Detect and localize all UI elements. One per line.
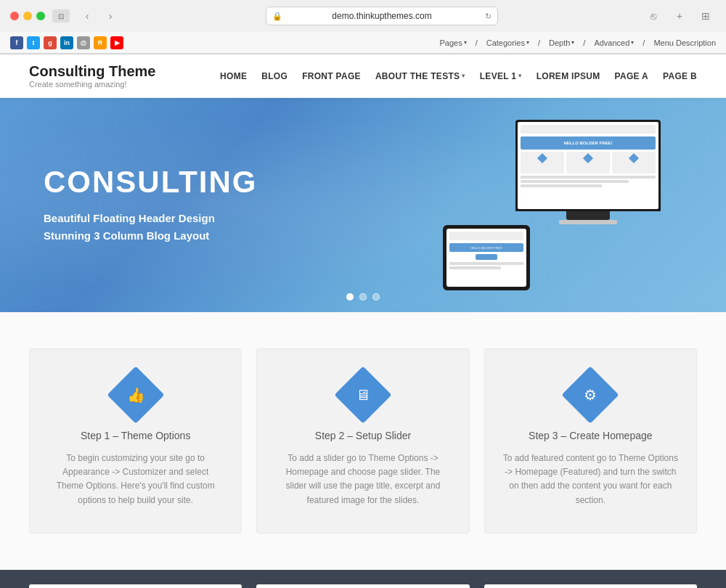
nav-page-b[interactable]: PAGE B xyxy=(663,71,697,81)
website-content: Consulting Theme Create something amazin… xyxy=(0,54,726,588)
security-icon: 🔒 xyxy=(272,12,282,21)
mock-header xyxy=(521,125,656,134)
nav-home[interactable]: HOME xyxy=(220,71,247,81)
step-1-icon: 👍 xyxy=(107,366,164,423)
nav-level1[interactable]: LEVEL 1 ▾ xyxy=(480,71,522,81)
hero-subtitle-line1: Beautiful Floating Header Design xyxy=(44,210,258,227)
level1-arrow: ▾ xyxy=(518,73,521,79)
email-icon[interactable]: @ xyxy=(77,36,90,49)
footer-card-3: HELLO WORLD! Welcome to WordPress! This … xyxy=(484,584,697,588)
depth-menu[interactable]: Depth ▾ xyxy=(549,38,574,47)
back-button[interactable]: ‹ xyxy=(77,6,97,26)
minimize-button[interactable] xyxy=(23,12,32,20)
facebook-icon[interactable]: f xyxy=(10,36,23,49)
nav-front-page[interactable]: FRONT PAGE xyxy=(302,71,361,81)
steps-section: 👍 Step 1 – Theme Options To begin custom… xyxy=(0,312,726,570)
site-logo: Consulting Theme Create something amazin… xyxy=(29,63,155,89)
categories-menu[interactable]: Categories ▾ xyxy=(486,38,529,47)
advanced-arrow: ▾ xyxy=(631,39,634,46)
nav-lorem-ipsum[interactable]: LOREM IPSUM xyxy=(537,71,600,81)
mock-tablet-btn xyxy=(476,254,497,260)
monitor-screen: HELLO BOLDER FREE! xyxy=(515,120,661,211)
mock-tablet-line2 xyxy=(449,266,501,269)
depth-arrow: ▾ xyxy=(571,39,574,46)
mock-line1 xyxy=(521,176,656,179)
mock-tablet-header xyxy=(449,232,523,240)
gear-icon: ⚙ xyxy=(584,386,597,404)
browser-toolbar2: f t g in @ R ▶ Pages ▾ / Categories ▾ / … xyxy=(0,32,726,54)
footer-card-1: TEMPLATE: STICKY The post title here. Ta… xyxy=(29,584,242,588)
slider-dot-3[interactable] xyxy=(372,293,380,301)
nav-page-a[interactable]: PAGE A xyxy=(615,71,648,81)
step-3-description: To add featured content go to Theme Opti… xyxy=(503,452,678,507)
hero-text: CONSULTING Beautiful Floating Header Des… xyxy=(44,166,258,244)
toolbar-menu-links: Pages ▾ / Categories ▾ / Depth ▾ / Advan… xyxy=(439,38,716,47)
share-button[interactable]: ⎋ xyxy=(643,6,664,26)
nav-buttons: ‹ › xyxy=(77,6,121,26)
nav-about-tests[interactable]: ABOUT THE TESTS ▾ xyxy=(375,71,465,81)
mock-site-tablet: HELLO BOLDER FREE! xyxy=(446,229,526,274)
rss-icon[interactable]: R xyxy=(94,36,107,49)
hero-title: CONSULTING xyxy=(44,166,258,199)
step-card-1: 👍 Step 1 – Theme Options To begin custom… xyxy=(29,348,242,534)
hero-slider: CONSULTING Beautiful Floating Header Des… xyxy=(0,98,726,312)
mock-cards-row xyxy=(521,152,656,173)
pages-label: Pages xyxy=(439,38,462,47)
toolbar-actions: ⎋ + ⊞ xyxy=(643,6,716,26)
googleplus-icon[interactable]: g xyxy=(44,36,57,49)
twitter-icon[interactable]: t xyxy=(27,36,40,49)
nav-blog[interactable]: BLOG xyxy=(261,71,287,81)
logo-tagline: Create something amazing! xyxy=(29,80,155,89)
new-tab-button[interactable]: + xyxy=(669,6,690,26)
site-header: Consulting Theme Create something amazin… xyxy=(0,54,726,98)
monitor-inner: HELLO BOLDER FREE! xyxy=(518,122,658,209)
youtube-icon[interactable]: ▶ xyxy=(110,36,123,49)
step-card-2: 🖥 Step 2 – Setup Slider To add a slider … xyxy=(256,348,469,534)
categories-label: Categories xyxy=(486,38,525,47)
step-3-icon: ⚙ xyxy=(562,366,619,423)
refresh-icon[interactable]: ↻ xyxy=(485,12,492,21)
slider-dot-1[interactable] xyxy=(346,293,354,301)
mock-site-monitor: HELLO BOLDER FREE! xyxy=(518,122,658,192)
mock-line2 xyxy=(521,180,629,183)
step-card-3: ⚙ Step 3 – Create Homepage To add featur… xyxy=(484,348,697,534)
about-tests-arrow: ▾ xyxy=(462,73,465,79)
menu-description[interactable]: Menu Description xyxy=(653,38,716,47)
advanced-menu[interactable]: Advanced ▾ xyxy=(594,38,634,47)
window-icon: ⊡ xyxy=(52,9,70,23)
url-text: demo.thinkupthemes.com xyxy=(332,11,431,21)
thumbs-up-icon: 👍 xyxy=(126,386,144,404)
depth-label: Depth xyxy=(549,38,570,47)
mock-tablet-hero: HELLO BOLDER FREE! xyxy=(470,246,502,250)
pages-arrow: ▾ xyxy=(464,39,467,46)
traffic-lights xyxy=(10,12,45,20)
maximize-button[interactable] xyxy=(36,12,45,20)
browser-titlebar: ⊡ ‹ › 🔒 demo.thinkupthemes.com ↻ ⎋ + ⊞ xyxy=(0,0,726,32)
address-bar-wrap: 🔒 demo.thinkupthemes.com ↻ xyxy=(128,7,636,25)
step-1-title: Step 1 – Theme Options xyxy=(48,430,223,441)
device-monitor: HELLO BOLDER FREE! xyxy=(515,120,661,224)
address-bar[interactable]: 🔒 demo.thinkupthemes.com ↻ xyxy=(266,7,498,25)
step-2-description: To add a slider go to Theme Options -> H… xyxy=(275,452,450,507)
slider-dot-2[interactable] xyxy=(359,293,367,301)
grid-button[interactable]: ⊞ xyxy=(696,6,716,26)
advanced-label: Advanced xyxy=(594,38,629,47)
hero-subtitle: Beautiful Floating Header Design Stunnin… xyxy=(44,210,258,245)
pages-menu[interactable]: Pages ▾ xyxy=(439,38,466,47)
close-button[interactable] xyxy=(10,12,19,20)
forward-button[interactable]: › xyxy=(100,6,121,26)
monitor-icon: 🖥 xyxy=(356,387,370,404)
linkedin-icon[interactable]: in xyxy=(60,36,73,49)
step-1-description: To begin customizing your site go to App… xyxy=(48,452,223,507)
footer-section: TEMPLATE: STICKY The post title here. Ta… xyxy=(0,570,726,588)
social-icons: f t g in @ R ▶ xyxy=(10,36,123,49)
monitor-base xyxy=(559,220,617,224)
logo-title: Consulting Theme xyxy=(29,63,155,80)
mock-line3 xyxy=(521,184,602,187)
menu-description-label: Menu Description xyxy=(653,38,716,47)
tablet-body: HELLO BOLDER FREE! xyxy=(443,225,530,290)
step-2-icon: 🖥 xyxy=(334,366,391,423)
mock-tablet-line1 xyxy=(449,262,523,265)
hero-devices: HELLO BOLDER FREE! xyxy=(428,113,682,298)
site-nav: HOME BLOG FRONT PAGE ABOUT THE TESTS ▾ L… xyxy=(220,71,697,81)
